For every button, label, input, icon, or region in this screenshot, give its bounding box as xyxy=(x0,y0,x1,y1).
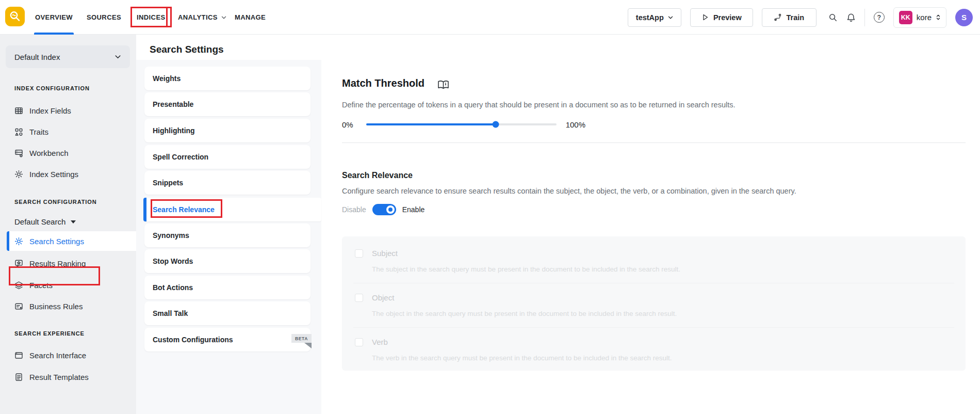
settings-menu-item-label: Bot Actions xyxy=(153,283,193,292)
sidebar-item-search-settings[interactable]: Search Settings xyxy=(7,231,136,251)
settings-menu-item-label: Custom Configurations xyxy=(153,336,233,344)
settings-menu-item-small-talk[interactable]: Small Talk xyxy=(144,301,311,325)
gear-icon xyxy=(14,237,23,246)
train-icon xyxy=(774,13,782,22)
sidebar-item-traits[interactable]: Traits xyxy=(7,122,136,141)
nav-item-label: INDICES xyxy=(137,13,166,21)
page-title: Search Settings xyxy=(150,44,224,55)
triangle-down-icon xyxy=(71,220,76,224)
sidebar-item-workbench[interactable]: Workbench xyxy=(7,143,136,163)
search-relevance-toggle[interactable] xyxy=(372,204,396,215)
search-relevance-description: Configure search relevance to ensure sea… xyxy=(342,187,796,195)
nav-item-sources[interactable]: SOURCES xyxy=(87,0,121,35)
book-info-icon[interactable] xyxy=(437,80,450,90)
searchassist-logo[interactable] xyxy=(5,7,25,26)
settings-menu-item-snippets[interactable]: Snippets xyxy=(144,171,311,195)
workbench-icon xyxy=(14,149,23,157)
section-divider xyxy=(342,142,966,143)
option-label: Object xyxy=(372,293,394,302)
settings-menu-item-synonyms[interactable]: Synonyms xyxy=(144,224,311,247)
settings-menu-item-search-relevance[interactable]: Search Relevance xyxy=(143,198,321,221)
match-threshold-description: Define the percentage of tokens in a que… xyxy=(342,101,736,109)
search-relevance-title: Search Relevance xyxy=(342,171,413,180)
nav-item-indices[interactable]: INDICES xyxy=(130,7,172,27)
search-selector-dropdown[interactable]: Default Search xyxy=(14,217,76,226)
sidebar-item-label: Index Settings xyxy=(29,170,78,179)
settings-menu-item-label: Highlighting xyxy=(153,126,195,135)
account-selector[interactable]: KK kore xyxy=(893,7,946,28)
option-label: Verb xyxy=(372,338,388,346)
index-selector-dropdown[interactable]: Default Index xyxy=(6,45,130,68)
beta-badge: BETA xyxy=(291,334,312,343)
settings-menu-item-label: Search Relevance xyxy=(153,205,215,214)
toggle-disable-label: Disable xyxy=(342,205,366,214)
settings-menu-item-label: Small Talk xyxy=(153,309,188,317)
settings-menu-item-presentable[interactable]: Presentable xyxy=(144,92,311,116)
object-checkbox[interactable] xyxy=(355,294,363,302)
search-icon[interactable] xyxy=(828,13,838,22)
chevron-down-icon xyxy=(668,15,673,20)
match-threshold-slider[interactable] xyxy=(366,123,557,125)
settings-menu-item-bot-actions[interactable]: Bot Actions xyxy=(144,276,311,299)
avatar[interactable]: S xyxy=(955,9,973,26)
bell-icon[interactable] xyxy=(846,13,856,22)
sidebar-item-label: Search Interface xyxy=(29,351,86,360)
sidebar-item-results-ranking[interactable]: Results Ranking xyxy=(7,253,136,273)
updown-chevron-icon xyxy=(936,14,941,20)
magnifier-logo-icon xyxy=(8,10,22,23)
app-selector-button[interactable]: testApp xyxy=(628,8,681,27)
settings-menu-item-highlighting[interactable]: Highlighting xyxy=(144,119,311,142)
sidebar-item-result-templates[interactable]: Result Templates xyxy=(7,367,136,387)
interface-icon xyxy=(14,351,23,360)
account-name: kore xyxy=(917,13,932,22)
traits-icon xyxy=(14,128,23,136)
nav-item-label: MANAGE xyxy=(235,13,266,21)
sidebar-item-search-interface[interactable]: Search Interface xyxy=(7,345,136,365)
settings-menu-item-label: Stop Words xyxy=(153,257,193,265)
beta-badge-fold xyxy=(304,343,312,348)
toggle-enable-label: Enable xyxy=(402,205,425,214)
train-button-label: Train xyxy=(786,13,804,22)
sidebar-item-label: Facets xyxy=(29,281,53,290)
nav-item-analytics[interactable]: ANALYTICS xyxy=(178,0,226,35)
help-icon[interactable]: ? xyxy=(874,12,885,23)
option-description: The verb in the search query must be pre… xyxy=(372,354,672,362)
top-nav: OVERVIEWSOURCESINDICESANALYTICSMANAGE te… xyxy=(0,0,980,35)
option-divider xyxy=(353,327,954,328)
sidebar-item-index-fields[interactable]: Index Fields xyxy=(7,101,136,120)
ranking-icon xyxy=(14,259,23,268)
search-relevance-options-panel: SubjectThe subject in the search query m… xyxy=(342,236,966,371)
slider-fill xyxy=(366,123,496,125)
sidebar-item-facets[interactable]: Facets xyxy=(7,275,136,295)
account-badge: KK xyxy=(899,11,912,24)
sidebar-item-label: Result Templates xyxy=(29,373,89,381)
settings-menu-item-weights[interactable]: Weights xyxy=(144,67,311,90)
facets-icon xyxy=(14,281,23,290)
subject-checkbox[interactable] xyxy=(355,249,363,258)
sidebar-item-label: Index Fields xyxy=(29,106,71,115)
nav-item-manage[interactable]: MANAGE xyxy=(235,0,266,35)
sidebar-section-header: INDEX CONFIGURATION xyxy=(14,85,90,91)
option-divider xyxy=(353,283,954,283)
preview-button[interactable]: Preview xyxy=(690,8,753,27)
nav-item-label: SOURCES xyxy=(87,13,121,21)
play-icon xyxy=(701,13,709,22)
option-description: The subject in the search query must be … xyxy=(372,265,680,273)
slider-knob[interactable] xyxy=(492,121,499,128)
sidebar-section-header: SEARCH CONFIGURATION xyxy=(14,199,97,205)
index-selector-label: Default Index xyxy=(14,53,60,61)
nav-item-overview[interactable]: OVERVIEW xyxy=(35,0,73,35)
settings-menu-item-spell-correction[interactable]: Spell Correction xyxy=(144,145,311,169)
verb-checkbox[interactable] xyxy=(355,338,363,346)
sidebar-item-business-rules[interactable]: Business Rules xyxy=(7,296,136,316)
sidebar-item-label: Traits xyxy=(29,128,48,136)
business-rules-icon xyxy=(14,302,23,311)
settings-menu-item-label: Snippets xyxy=(153,179,183,187)
sidebar-item-index-settings[interactable]: Index Settings xyxy=(7,164,136,184)
train-button[interactable]: Train xyxy=(762,8,816,27)
settings-menu-item-custom-configurations[interactable]: Custom ConfigurationsBETA xyxy=(144,328,311,352)
sidebar-item-label: Workbench xyxy=(29,149,69,157)
settings-menu-item-stop-words[interactable]: Stop Words xyxy=(144,249,311,273)
sidebar-section-header: SEARCH EXPERIENCE xyxy=(14,330,85,337)
sidebar-item-label: Search Settings xyxy=(29,237,84,246)
